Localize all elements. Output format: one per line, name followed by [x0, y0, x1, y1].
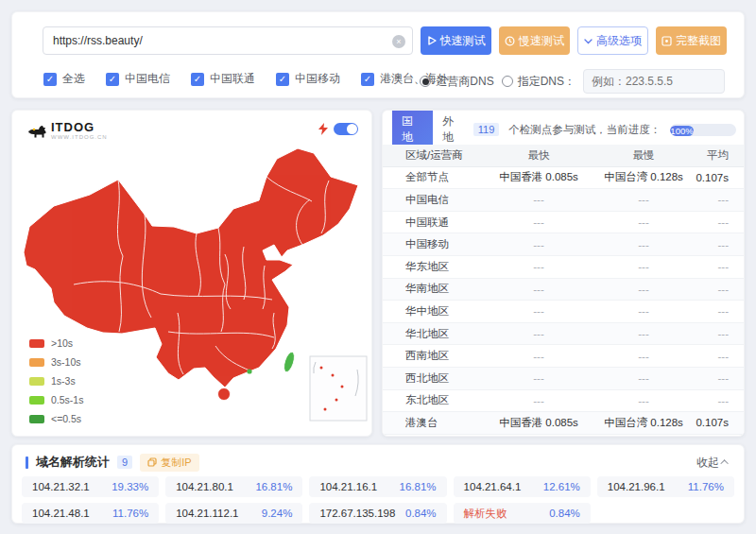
- table-row[interactable]: 华东地区---------: [383, 256, 744, 279]
- table-cell: ---: [594, 216, 693, 228]
- table-cell: ---: [483, 284, 594, 295]
- legend-label: 0.5s-1s: [51, 394, 83, 405]
- table-cell: 华中地区: [383, 304, 483, 319]
- table-cell: 0.107s: [693, 417, 744, 428]
- dns-stats-title: 域名解析统计: [36, 454, 110, 471]
- table-row[interactable]: 中国电信---------: [383, 189, 744, 212]
- checkbox-label: 中国移动: [295, 71, 340, 87]
- checkbox-0[interactable]: ✓全选: [43, 71, 85, 87]
- map-card: ITDOG WWW.ITDOG.CN: [11, 110, 372, 437]
- legend-swatch: [29, 415, 44, 423]
- table-cell: ---: [594, 372, 693, 384]
- table-cell: 0.107s: [693, 172, 744, 183]
- table-row[interactable]: 华中地区---------: [383, 301, 744, 323]
- table-cell: 华北地区: [383, 327, 483, 341]
- url-input[interactable]: https://rss.beauty/ ×: [43, 26, 413, 55]
- toolbar-card: https://rss.beauty/ × 快速测试 慢速测试 高级选项 完整截…: [11, 11, 745, 98]
- ip-percentage: 9.24%: [262, 508, 293, 519]
- checkbox-checked-icon: ✓: [276, 73, 289, 86]
- table-row[interactable]: 东北地区---------: [383, 390, 744, 413]
- table-row[interactable]: 华北地区---------: [383, 323, 744, 346]
- table-cell: ---: [693, 194, 744, 205]
- progress-label: 个检测点参与测试，当前进度：: [508, 123, 661, 137]
- table-row[interactable]: 华南地区---------: [383, 279, 744, 301]
- ip-chip[interactable]: 104.21.32.119.33%: [22, 476, 159, 497]
- ip-percentage: 0.84%: [405, 508, 437, 519]
- table-cell: ---: [483, 351, 594, 362]
- lightning-icon: [318, 123, 328, 135]
- quick-test-button[interactable]: 快速测试: [421, 26, 491, 55]
- table-row[interactable]: 中国移动---------: [383, 233, 744, 256]
- table-cell: 西南地区: [383, 349, 483, 363]
- table-cell: 西北地区: [383, 371, 483, 386]
- ip-address: 172.67.135.198: [319, 508, 395, 519]
- ip-percentage: 12.61%: [543, 481, 580, 492]
- south-china-sea-inset: [310, 356, 367, 421]
- checkbox-3[interactable]: ✓中国移动: [276, 71, 340, 87]
- ip-chip[interactable]: 104.21.80.116.81%: [165, 476, 302, 497]
- legend-item: 3s-10s: [29, 356, 83, 368]
- checkbox-checked-icon: ✓: [43, 73, 57, 86]
- table-row[interactable]: 中国联通---------: [383, 212, 744, 234]
- table-cell: ---: [483, 239, 594, 250]
- table-cell: ---: [693, 395, 744, 406]
- ip-chip[interactable]: 解析失败0.84%: [454, 503, 591, 524]
- ip-address: 104.21.96.1: [608, 481, 665, 492]
- table-cell: ---: [693, 239, 744, 250]
- table-cell: ---: [483, 328, 594, 339]
- legend-item: 0.5s-1s: [29, 394, 83, 405]
- ip-chip[interactable]: 104.21.64.112.61%: [454, 476, 591, 497]
- ip-percentage: 19.33%: [112, 481, 148, 492]
- table-row[interactable]: 西北地区---------: [383, 368, 744, 390]
- itdog-dog-icon: [26, 122, 46, 139]
- table-cell: 华东地区: [383, 260, 483, 274]
- ip-chip[interactable]: 104.21.16.116.81%: [309, 476, 446, 497]
- checkbox-label: 中国联通: [210, 71, 255, 87]
- copy-ip-button[interactable]: 复制IP: [140, 454, 198, 472]
- table-cell: ---: [594, 351, 693, 362]
- map-mode-toggle[interactable]: [334, 123, 358, 135]
- legend-label: 3s-10s: [51, 356, 81, 368]
- radio-unselected-icon: [502, 76, 513, 87]
- slow-test-button[interactable]: 慢速测试: [499, 26, 570, 55]
- checkbox-1[interactable]: ✓中国电信: [106, 71, 170, 87]
- table-cell: 华南地区: [383, 282, 483, 296]
- ip-chip[interactable]: 104.21.96.111.76%: [597, 476, 734, 497]
- full-screenshot-button[interactable]: 完整截图: [656, 26, 727, 55]
- table-cell: 全部节点: [383, 170, 483, 184]
- table-cell: ---: [594, 284, 693, 295]
- table-row[interactable]: 全部节点中国香港 0.085s中国台湾 0.128s0.107s: [383, 167, 744, 190]
- copy-icon: [147, 457, 157, 467]
- table-cell: 中国台湾 0.128s: [594, 416, 693, 430]
- table-cell: 港澳台: [383, 416, 483, 430]
- checkbox-2[interactable]: ✓中国联通: [191, 71, 255, 87]
- table-cell: ---: [483, 395, 594, 406]
- table-cell: ---: [483, 372, 594, 384]
- radio-custom-dns[interactable]: 指定DNS：: [502, 74, 576, 90]
- table-row[interactable]: 西南地区---------: [383, 345, 744, 368]
- ip-chip[interactable]: 172.67.135.1980.84%: [309, 503, 446, 524]
- collapse-button[interactable]: 收起: [696, 455, 729, 471]
- chevron-down-icon: [584, 37, 593, 45]
- progress-bar: 100%: [670, 124, 736, 136]
- play-icon: [427, 36, 437, 45]
- legend-label: >10s: [51, 337, 73, 349]
- table-cell: 中国联通: [383, 215, 483, 230]
- custom-dns-input[interactable]: [583, 69, 725, 94]
- clear-icon[interactable]: ×: [392, 35, 405, 48]
- radio-carrier-dns[interactable]: 运营商DNS: [420, 74, 493, 90]
- table-cell: ---: [693, 284, 744, 295]
- table-cell: ---: [483, 216, 594, 228]
- checkbox-checked-icon: ✓: [106, 73, 119, 86]
- url-value: https://rss.beauty/: [53, 34, 143, 47]
- table-cell: ---: [693, 351, 744, 362]
- table-row[interactable]: 港澳台中国香港 0.085s中国台湾 0.128s0.107s: [383, 412, 744, 435]
- table-cell: ---: [693, 216, 744, 228]
- ip-chip[interactable]: 104.21.112.19.24%: [165, 503, 302, 524]
- table-cell: ---: [594, 261, 693, 272]
- advanced-options-button[interactable]: 高级选项: [577, 26, 648, 55]
- table-cell: ---: [594, 305, 693, 317]
- logo-title: ITDOG: [51, 120, 108, 134]
- legend-label: 1s-3s: [51, 375, 76, 387]
- ip-chip[interactable]: 104.21.48.111.76%: [22, 503, 159, 524]
